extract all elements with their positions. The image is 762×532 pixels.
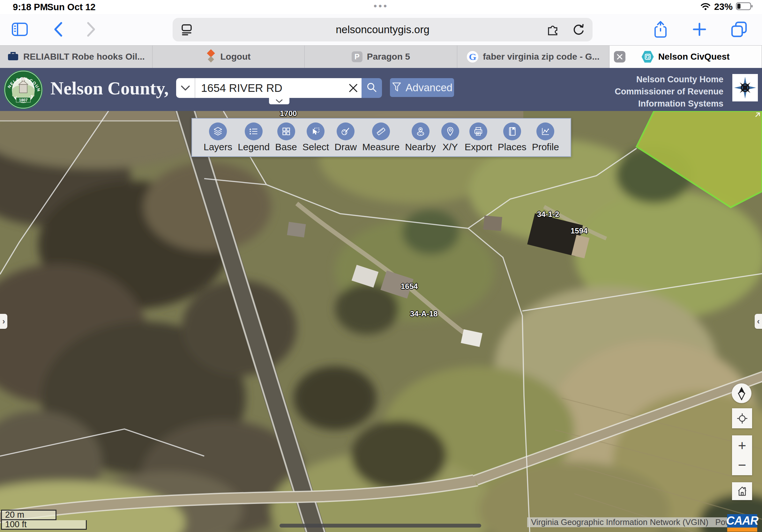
zoom-control: + − <box>732 435 752 475</box>
xy-pin-icon <box>441 122 459 140</box>
extensions-puzzle-icon[interactable] <box>544 20 563 39</box>
left-panel-expander[interactable]: › <box>0 314 7 329</box>
tab-reliabilt[interactable]: RELIABILT Robe hooks Oil... <box>0 46 153 68</box>
link-county-home[interactable]: Nelson County Home <box>615 73 724 86</box>
svg-text:1807: 1807 <box>19 98 28 102</box>
compass-rose-icon[interactable] <box>732 74 758 101</box>
share-icon[interactable] <box>651 20 670 39</box>
aerial-imagery <box>0 111 762 532</box>
filter-icon <box>392 82 402 94</box>
draw-icon <box>337 122 354 140</box>
map-expand-icon[interactable] <box>752 112 761 121</box>
url-text: nelsoncountygis.org <box>173 24 592 36</box>
reload-icon[interactable] <box>569 20 588 39</box>
wifi-icon <box>700 2 711 12</box>
clock: 9:18 PM <box>13 2 48 13</box>
site-header: NELSON COUNTY VIRGINIA 1807 Nelson Count… <box>0 68 762 111</box>
address-label: 1654 <box>401 282 418 291</box>
map-attribution: Virginia Geographic Information Network … <box>527 517 729 527</box>
tab-logout[interactable]: Logout <box>153 46 305 68</box>
battery-percent: 23% <box>714 2 733 12</box>
close-tab-icon[interactable] <box>614 51 625 62</box>
search-group <box>176 78 382 98</box>
tab-nelson-civquest[interactable]: Nelson CivQuest <box>609 46 762 68</box>
tool-nearby[interactable]: Nearby <box>405 119 436 156</box>
scale-bar-metric: 20 m <box>1 510 56 520</box>
sidebar-toggle-icon[interactable] <box>10 20 29 39</box>
tab-google-search[interactable]: G faber virginia zip code - G... <box>457 46 610 68</box>
printer-icon <box>469 122 487 140</box>
measure-icon <box>372 122 390 140</box>
site-title: Nelson County, <box>50 78 169 99</box>
multitasking-dots-icon[interactable]: ••• <box>374 1 389 12</box>
diamond-logo-icon <box>206 49 216 64</box>
tab-label: Nelson CivQuest <box>658 52 730 62</box>
caar-logo: CAAR <box>727 514 757 528</box>
tool-base[interactable]: Base <box>275 119 297 156</box>
tab-label: faber virginia zip code - G... <box>483 52 600 62</box>
tab-label: RELIABILT Robe hooks Oil... <box>23 52 145 62</box>
civquest-icon <box>642 51 654 63</box>
right-panel-expander[interactable]: ‹ <box>755 314 762 329</box>
back-button[interactable] <box>48 20 68 39</box>
paragon-icon: P <box>352 51 362 62</box>
tab-overview-icon[interactable] <box>729 20 749 39</box>
tab-strip: RELIABILT Robe hooks Oil... Logout P Par… <box>0 45 762 68</box>
status-bar: 9:18 PM Sun Oct 12 ••• 23% <box>0 0 762 14</box>
caar-logo-strip <box>727 528 757 532</box>
address-label: 1594 <box>571 227 587 235</box>
search-type-dropdown[interactable] <box>176 78 195 98</box>
ipad-screen: 9:18 PM Sun Oct 12 ••• 23% nelsonc <box>0 0 762 532</box>
date: Sun Oct 12 <box>47 2 96 13</box>
advanced-label: Advanced <box>406 82 452 94</box>
forward-button[interactable] <box>82 20 101 39</box>
address-bar[interactable]: nelsoncountygis.org <box>173 18 592 41</box>
home-extent-button[interactable] <box>732 482 752 500</box>
bookmark-book-icon <box>503 122 521 140</box>
tab-label: Logout <box>220 52 251 62</box>
tab-label: Paragon 5 <box>367 52 410 62</box>
layers-icon <box>209 122 227 140</box>
profile-chart-icon <box>536 122 554 140</box>
link-commissioner[interactable]: Commissioner of Revenue <box>615 86 724 98</box>
search-icon <box>366 81 378 95</box>
zoom-in-button[interactable]: + <box>732 437 752 454</box>
legend-icon <box>245 122 263 140</box>
link-information-systems[interactable]: Information Systems <box>615 98 724 110</box>
north-arrow-button[interactable] <box>732 383 751 403</box>
search-input[interactable] <box>200 81 345 95</box>
horizontal-scrollbar[interactable] <box>279 524 481 528</box>
search-box[interactable] <box>176 78 361 98</box>
tool-profile[interactable]: Profile <box>532 119 559 156</box>
google-icon: G <box>467 51 478 62</box>
tab-paragon[interactable]: P Paragon 5 <box>305 46 457 68</box>
tool-places[interactable]: Places <box>498 119 526 156</box>
select-icon <box>307 122 325 140</box>
tool-export[interactable]: Export <box>465 119 493 156</box>
header-links: Nelson County Home Commissioner of Reven… <box>615 73 724 110</box>
tool-select[interactable]: Select <box>302 119 329 156</box>
nearby-icon <box>412 122 429 140</box>
map-toolbar: Layers Legend Base Select <box>191 118 571 157</box>
parcel-label: 34-1-2 <box>537 210 559 219</box>
basemap-icon <box>277 122 295 140</box>
locate-me-button[interactable] <box>732 408 752 428</box>
search-button[interactable] <box>361 78 382 98</box>
scale-bar-imperial: 100 ft <box>1 520 87 530</box>
tool-legend[interactable]: Legend <box>238 119 269 156</box>
tool-draw[interactable]: Draw <box>335 119 357 156</box>
road-label: 1700 <box>280 111 297 118</box>
advanced-button[interactable]: Advanced <box>390 78 454 97</box>
battery-icon <box>736 2 753 12</box>
browser-toolbar: nelsoncountygis.org <box>0 14 762 45</box>
tool-xy[interactable]: X/Y <box>441 119 459 156</box>
parcel-label: 34-A-18 <box>410 309 438 318</box>
clear-search-icon[interactable] <box>345 80 361 96</box>
search-expander[interactable] <box>269 98 289 104</box>
zoom-out-button[interactable]: − <box>732 457 752 473</box>
tool-measure[interactable]: Measure <box>362 119 400 156</box>
new-tab-icon[interactable] <box>690 20 709 39</box>
tool-layers[interactable]: Layers <box>203 119 232 156</box>
briefcase-icon <box>7 51 19 62</box>
map-canvas[interactable]: 1700 34-1-2 1594 1654 34-A-18 Layers Leg… <box>0 111 762 532</box>
